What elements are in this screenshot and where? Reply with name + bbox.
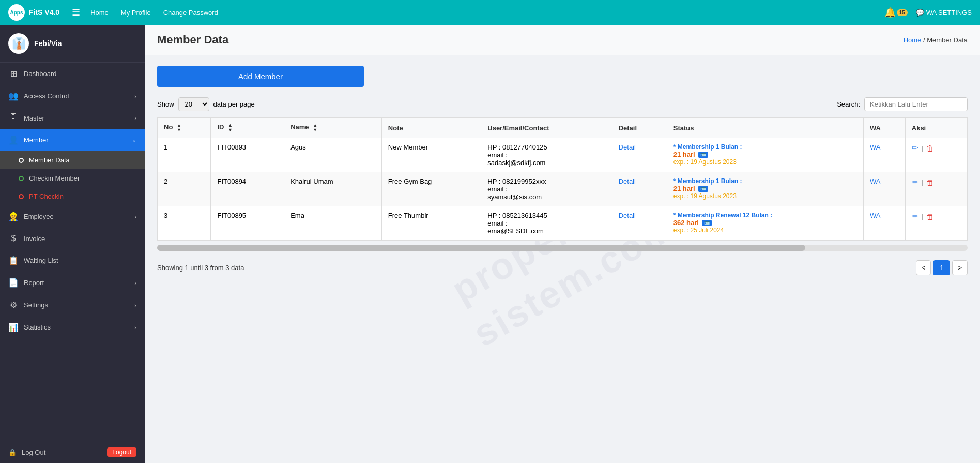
delete-button[interactable]: 🗑 bbox=[926, 178, 934, 187]
chevron-icon: › bbox=[134, 324, 136, 331]
wa-link[interactable]: WA bbox=[870, 212, 880, 219]
pagination: < 1 > bbox=[916, 260, 968, 275]
delete-button[interactable]: 🗑 bbox=[926, 212, 934, 221]
cell-detail[interactable]: Detail bbox=[612, 172, 667, 206]
col-aksi: Aksi bbox=[905, 118, 967, 138]
detail-link[interactable]: Detail bbox=[619, 212, 636, 219]
horizontal-scrollbar[interactable] bbox=[157, 245, 968, 251]
sidebar-item-label: Access Control bbox=[24, 92, 69, 100]
sidebar-item-report[interactable]: 📄 Report › bbox=[0, 272, 145, 294]
cell-detail[interactable]: Detail bbox=[612, 206, 667, 241]
col-wa: WA bbox=[864, 118, 906, 138]
submenu-label: PT Checkin bbox=[29, 192, 64, 200]
sidebar-item-pt-checkin[interactable]: PT Checkin bbox=[0, 187, 145, 205]
sidebar-item-member-data[interactable]: Member Data bbox=[0, 151, 145, 169]
col-status: Status bbox=[667, 118, 863, 138]
sidebar-item-label: Waiting List bbox=[24, 257, 58, 264]
cell-wa[interactable]: WA bbox=[864, 206, 906, 241]
edit-button[interactable]: ✏ bbox=[912, 177, 918, 187]
sidebar: 👔 Febi/Via ⊞ Dashboard 👥 Access Control … bbox=[0, 25, 145, 463]
table-row: 2 FIT00894 Khairul Umam Free Gym Bag HP … bbox=[158, 172, 968, 206]
cell-detail[interactable]: Detail bbox=[612, 138, 667, 172]
sidebar-item-checkin-member[interactable]: Checkin Member bbox=[0, 169, 145, 187]
edit-button[interactable]: ✏ bbox=[912, 143, 918, 153]
notification-bell[interactable]: 🔔 15 bbox=[884, 7, 908, 18]
search-input[interactable] bbox=[864, 97, 968, 111]
cell-status: * Membership 1 Bulan : 21 hari 🪪 exp. : … bbox=[667, 138, 863, 172]
chevron-icon: › bbox=[134, 214, 136, 220]
cell-aksi: ✏ | 🗑 bbox=[905, 206, 967, 241]
chevron-icon: › bbox=[134, 93, 136, 99]
sidebar-item-employee[interactable]: 👷 Employee › bbox=[0, 205, 145, 228]
chevron-icon: › bbox=[134, 115, 136, 121]
app-title: FitS V4.0 bbox=[29, 8, 59, 17]
add-member-button[interactable]: Add Member bbox=[157, 66, 364, 87]
per-page-select[interactable]: 20 50 100 bbox=[178, 97, 209, 111]
dot-icon bbox=[19, 194, 24, 199]
dot-icon bbox=[19, 158, 24, 163]
sidebar-item-label: Employee bbox=[24, 213, 54, 220]
wa-link[interactable]: WA bbox=[870, 143, 880, 151]
sidebar-item-access-control[interactable]: 👥 Access Control › bbox=[0, 85, 145, 107]
sidebar-menu: ⊞ Dashboard 👥 Access Control › 🗄 Master … bbox=[0, 63, 145, 441]
sidebar-item-member[interactable]: 👤 Member ⌄ bbox=[0, 129, 145, 151]
id-card-icon: 🪪 bbox=[702, 220, 712, 226]
main-body: property of sistem.com Add Member Show 2… bbox=[145, 55, 980, 463]
delete-button[interactable]: 🗑 bbox=[926, 144, 934, 153]
cell-wa[interactable]: WA bbox=[864, 172, 906, 206]
app-logo: Apps bbox=[8, 4, 25, 21]
wa-settings-button[interactable]: 💬 WA SETTINGS bbox=[916, 9, 972, 17]
sidebar-item-statistics[interactable]: 📊 Statistics › bbox=[0, 316, 145, 338]
table-footer: Showing 1 until 3 from 3 data < 1 > bbox=[157, 255, 968, 280]
brand: Apps FitS V4.0 bbox=[8, 4, 59, 21]
cell-wa[interactable]: WA bbox=[864, 138, 906, 172]
search-box: Search: bbox=[837, 97, 968, 111]
sidebar-item-waiting-list[interactable]: 📋 Waiting List bbox=[0, 249, 145, 272]
logout-area[interactable]: 🔒 Log Out Logout bbox=[0, 441, 145, 463]
access-control-icon: 👥 bbox=[8, 91, 19, 101]
cell-note: Free Thumblr bbox=[381, 206, 481, 241]
breadcrumb-home[interactable]: Home bbox=[904, 36, 922, 44]
sidebar-item-label: Settings bbox=[24, 301, 48, 309]
nav-change-password[interactable]: Change Password bbox=[163, 9, 218, 17]
submenu-label: Checkin Member bbox=[29, 174, 80, 182]
table-controls: Show 20 50 100 data per page Search: bbox=[157, 97, 968, 111]
chevron-icon: › bbox=[134, 302, 136, 308]
col-contact: User/Email/Contact bbox=[481, 118, 612, 138]
master-icon: 🗄 bbox=[8, 113, 19, 123]
cell-no: 1 bbox=[158, 138, 211, 172]
dot-icon bbox=[19, 176, 24, 181]
cell-no: 3 bbox=[158, 206, 211, 241]
cell-aksi: ✏ | 🗑 bbox=[905, 172, 967, 206]
hamburger-icon[interactable]: ☰ bbox=[72, 7, 80, 18]
detail-link[interactable]: Detail bbox=[619, 143, 636, 151]
cell-id: FIT00895 bbox=[211, 206, 284, 241]
logout-badge[interactable]: Logout bbox=[107, 447, 136, 457]
bell-icon: 🔔 bbox=[884, 7, 896, 18]
col-id: ID ▲▼ bbox=[211, 118, 284, 138]
prev-page-button[interactable]: < bbox=[916, 260, 931, 275]
page-1-button[interactable]: 1 bbox=[933, 260, 950, 275]
detail-link[interactable]: Detail bbox=[619, 177, 636, 185]
sidebar-item-settings[interactable]: ⚙ Settings › bbox=[0, 294, 145, 316]
nav-my-profile[interactable]: My Profile bbox=[121, 9, 151, 17]
sidebar-item-label: Dashboard bbox=[24, 70, 57, 78]
whatsapp-icon: 💬 bbox=[916, 9, 924, 17]
logout-label: Log Out bbox=[22, 449, 45, 456]
nav-links: Home My Profile Change Password bbox=[90, 9, 884, 17]
next-page-button[interactable]: > bbox=[952, 260, 968, 275]
sidebar-item-invoice[interactable]: $ Invoice bbox=[0, 228, 145, 249]
table-row: 1 FIT00893 Agus New Member HP : 08127704… bbox=[158, 138, 968, 172]
statistics-icon: 📊 bbox=[8, 322, 19, 332]
breadcrumb: Home / Member Data bbox=[904, 36, 968, 44]
sidebar-item-dashboard[interactable]: ⊞ Dashboard bbox=[0, 63, 145, 85]
edit-button[interactable]: ✏ bbox=[912, 212, 918, 221]
nav-home[interactable]: Home bbox=[90, 9, 109, 17]
cell-name: Ema bbox=[284, 206, 382, 241]
sidebar-username: Febi/Via bbox=[34, 39, 62, 48]
settings-icon: ⚙ bbox=[8, 300, 19, 310]
page-header: Member Data Home / Member Data bbox=[145, 25, 980, 55]
member-table: No ▲▼ ID ▲▼ Name ▲▼ Note User/Email/Cont… bbox=[157, 117, 968, 241]
sidebar-item-master[interactable]: 🗄 Master › bbox=[0, 107, 145, 129]
wa-link[interactable]: WA bbox=[870, 177, 880, 185]
